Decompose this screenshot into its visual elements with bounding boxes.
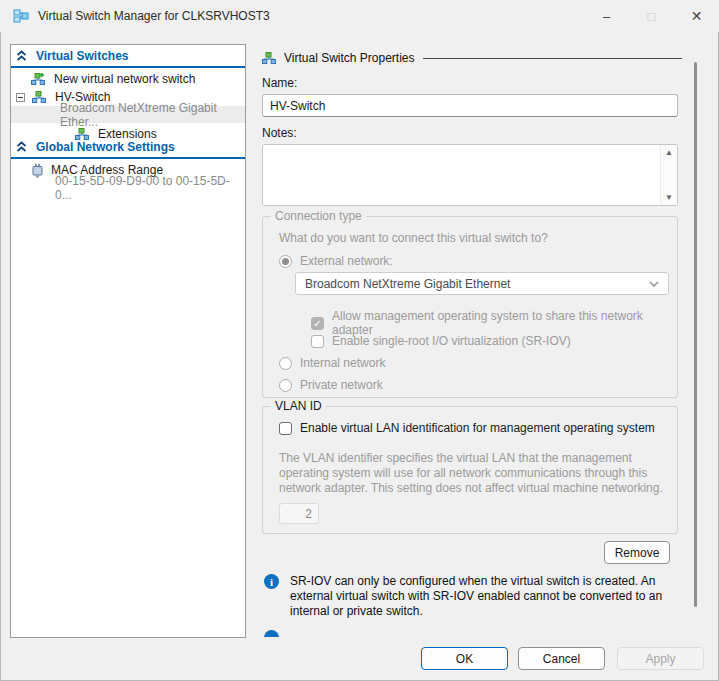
vlan-id-group: VLAN ID Enable virtual LAN identificatio… <box>262 406 678 534</box>
collapse-expander-icon[interactable] <box>16 93 25 102</box>
minimize-button[interactable]: – <box>584 0 629 32</box>
cancel-button[interactable]: Cancel <box>518 647 605 670</box>
adapter-select[interactable]: Broadcom NetXtreme Gigabit Ethernet <box>295 272 669 295</box>
hyperv-app-icon <box>13 8 29 24</box>
connection-type-group: Connection type What do you want to conn… <box>262 216 678 398</box>
radio-unselected-icon[interactable] <box>279 379 292 392</box>
titlebar: Virtual Switch Manager for CLKSRVHOST3 –… <box>0 0 719 32</box>
name-label: Name: <box>262 76 297 90</box>
private-network-radio[interactable]: Private network <box>279 378 383 392</box>
name-input[interactable] <box>262 94 678 117</box>
notes-label: Notes: <box>262 126 297 140</box>
internal-network-radio[interactable]: Internal network <box>279 356 385 370</box>
ok-button[interactable]: OK <box>421 647 508 670</box>
mac-range-subtitle: 00-15-5D-09-D9-00 to 00-15-5D-0... <box>55 174 245 202</box>
properties-title: Virtual Switch Properties <box>284 51 415 65</box>
section-virtual-switches[interactable]: Virtual Switches <box>11 47 245 65</box>
chevron-down-icon <box>649 281 659 287</box>
section-divider <box>11 157 245 159</box>
header-rule <box>423 58 683 59</box>
section-label: Global Network Settings <box>36 140 175 154</box>
internal-network-label: Internal network <box>300 356 385 370</box>
external-network-label: External network: <box>300 254 393 268</box>
switch-tree-panel: Virtual Switches New virtual network swi… <box>10 44 246 638</box>
close-button[interactable]: ✕ <box>674 0 719 32</box>
vlan-enable-checkbox[interactable]: Enable virtual LAN identification for ma… <box>279 421 655 435</box>
tree-item-label: New virtual network switch <box>54 72 195 86</box>
section-divider <box>11 66 245 68</box>
radio-selected-icon[interactable] <box>279 255 292 268</box>
clipped-info-note <box>264 630 279 637</box>
apply-button: Apply <box>617 647 704 670</box>
properties-header: Virtual Switch Properties <box>262 50 682 66</box>
tree-item-hv-switch-subtitle[interactable]: Broadcom NetXtreme Gigabit Ether... <box>11 106 245 123</box>
section-label: Virtual Switches <box>36 49 128 63</box>
collapse-chevron-icon <box>16 141 27 153</box>
section-global-settings[interactable]: Global Network Settings <box>11 138 245 156</box>
window-title: Virtual Switch Manager for CLKSRVHOST3 <box>38 9 270 23</box>
share-adapter-checkbox[interactable]: ✓ Allow management operating system to s… <box>311 309 677 337</box>
connection-type-legend: Connection type <box>271 209 366 223</box>
adapter-selected-value: Broadcom NetXtreme Gigabit Ethernet <box>305 277 510 291</box>
vlan-id-input <box>279 503 319 524</box>
external-network-radio[interactable]: External network: <box>279 254 393 268</box>
checkbox-checked-icon[interactable]: ✓ <box>311 317 324 330</box>
vlan-enable-label: Enable virtual LAN identification for ma… <box>300 421 655 435</box>
switch-icon <box>32 91 46 103</box>
network-port-icon <box>32 163 43 178</box>
scroll-up-icon[interactable]: ▲ <box>665 148 673 157</box>
notes-input[interactable] <box>263 145 660 205</box>
sriov-info-text: SR-IOV can only be configured when the v… <box>290 574 682 619</box>
connection-question: What do you want to connect this virtual… <box>279 231 548 245</box>
checkbox-unchecked-icon[interactable] <box>279 422 292 435</box>
sriov-checkbox[interactable]: Enable single-root I/O virtualization (S… <box>311 334 571 348</box>
new-switch-icon <box>31 73 45 85</box>
checkbox-unchecked-icon[interactable] <box>311 335 324 348</box>
radio-unselected-icon[interactable] <box>279 357 292 370</box>
info-icon <box>264 630 279 637</box>
properties-panel: Virtual Switch Properties Name: Notes: ▲… <box>254 44 690 637</box>
collapse-chevron-icon <box>16 50 27 62</box>
share-adapter-label: Allow management operating system to sha… <box>332 309 677 337</box>
scroll-down-icon[interactable]: ▼ <box>665 193 673 202</box>
notes-scrollbar[interactable]: ▲ ▼ <box>660 145 677 205</box>
sriov-info-note: i SR-IOV can only be configured when the… <box>264 574 682 619</box>
tree-item-mac-range-subtitle[interactable]: 00-15-5D-09-D9-00 to 00-15-5D-0... <box>55 179 245 196</box>
vlan-description: The VLAN identifier specifies the virtua… <box>279 451 677 496</box>
virtual-switch-manager-window: Virtual Switch Manager for CLKSRVHOST3 –… <box>0 0 719 681</box>
switch-icon <box>262 52 276 64</box>
vlan-id-legend: VLAN ID <box>271 399 326 413</box>
info-icon: i <box>264 574 279 589</box>
private-network-label: Private network <box>300 378 383 392</box>
sriov-label: Enable single-root I/O virtualization (S… <box>332 334 571 348</box>
notes-field: ▲ ▼ <box>262 144 678 206</box>
tree-item-new-switch[interactable]: New virtual network switch <box>31 70 195 88</box>
panel-scrollbar[interactable] <box>694 62 697 607</box>
remove-button[interactable]: Remove <box>604 541 670 564</box>
maximize-button: □ <box>629 0 674 32</box>
